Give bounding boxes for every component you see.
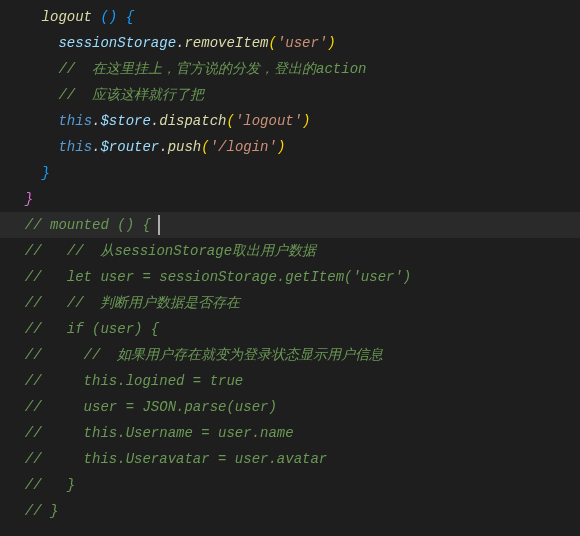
paren-close: ) — [109, 9, 117, 25]
indent — [8, 243, 25, 259]
function-call: dispatch — [159, 113, 226, 129]
code-line[interactable]: // this.Username = user.name — [0, 420, 580, 446]
code-line[interactable]: // ​ 在这里挂上，官方说的分发，登出的action — [0, 56, 580, 82]
code-line[interactable]: // } — [0, 498, 580, 524]
comment: // } — [25, 477, 75, 493]
text-cursor — [158, 215, 160, 235]
code-line[interactable]: } — [0, 186, 580, 212]
brace-close: } — [25, 191, 33, 207]
paren-close: ) — [277, 139, 285, 155]
comment: // if (user) { — [25, 321, 159, 337]
comment: // // ​ 判断用户数据是否存在 — [25, 295, 241, 311]
string-literal: 'user' — [277, 35, 327, 51]
code-line[interactable]: logout () { — [0, 4, 580, 30]
keyword-this: this — [58, 139, 92, 155]
comment: // user = JSON.parse(user) — [25, 399, 277, 415]
code-line[interactable]: this.$router.push('/login') — [0, 134, 580, 160]
indent — [8, 191, 25, 207]
comment: // ​ 应该这样就行了把 — [58, 87, 204, 103]
method-name: logout — [42, 9, 92, 25]
identifier: $store — [100, 113, 150, 129]
code-line[interactable]: // // ​ 判断用户数据是否存在 — [0, 290, 580, 316]
code-line-active[interactable]: // mounted () { — [0, 212, 580, 238]
code-line[interactable]: // ​ 应该这样就行了把 — [0, 82, 580, 108]
indent — [8, 113, 58, 129]
comment: // ​ 在这里挂上，官方说的分发，登出的action — [58, 61, 366, 77]
string-literal: 'logout' — [235, 113, 302, 129]
comment: // this.logined = true — [25, 373, 243, 389]
code-line[interactable]: // // ​ 如果用户存在就变为登录状态显示用户信息 — [0, 342, 580, 368]
code-editor[interactable]: logout () { sessionStorage.removeItem('u… — [0, 0, 580, 524]
indent — [8, 61, 58, 77]
paren-open: ( — [226, 113, 234, 129]
code-line[interactable]: // if (user) { — [0, 316, 580, 342]
comment: // this.Username = user.name — [25, 425, 294, 441]
code-line[interactable]: sessionStorage.removeItem('user') — [0, 30, 580, 56]
paren-open: ( — [100, 9, 108, 25]
indent — [8, 139, 58, 155]
code-line[interactable]: // } — [0, 472, 580, 498]
indent — [8, 269, 25, 285]
brace-open: { — [126, 9, 134, 25]
indent — [8, 425, 25, 441]
comment: // mounted () { — [25, 217, 151, 233]
indent — [8, 503, 25, 519]
dot: . — [159, 139, 167, 155]
indent — [8, 451, 25, 467]
code-line[interactable]: this.$store.dispatch('logout') — [0, 108, 580, 134]
indent — [8, 373, 25, 389]
code-line[interactable]: } — [0, 160, 580, 186]
indent — [8, 35, 58, 51]
comment: // this.Useravatar = user.avatar — [25, 451, 327, 467]
indent — [8, 399, 25, 415]
indent — [8, 87, 58, 103]
indent — [8, 9, 42, 25]
paren-open: ( — [201, 139, 209, 155]
brace-close: } — [42, 165, 50, 181]
code-line[interactable]: // this.logined = true — [0, 368, 580, 394]
comment: // // ​ 从sessionStorage取出用户数据 — [25, 243, 316, 259]
identifier: $router — [100, 139, 159, 155]
comment: // } — [25, 503, 59, 519]
comment: // let user = sessionStorage.getItem('us… — [25, 269, 411, 285]
comment: // // ​ 如果用户存在就变为登录状态显示用户信息 — [25, 347, 383, 363]
identifier: sessionStorage — [58, 35, 176, 51]
indent — [8, 217, 25, 233]
string-literal: '/login' — [210, 139, 277, 155]
indent — [8, 165, 42, 181]
paren-open: ( — [268, 35, 276, 51]
indent — [8, 321, 25, 337]
function-call: removeItem — [184, 35, 268, 51]
indent — [8, 347, 25, 363]
keyword-this: this — [58, 113, 92, 129]
code-line[interactable]: // // ​ 从sessionStorage取出用户数据 — [0, 238, 580, 264]
code-line[interactable]: // user = JSON.parse(user) — [0, 394, 580, 420]
indent — [8, 295, 25, 311]
paren-close: ) — [327, 35, 335, 51]
space — [117, 9, 125, 25]
code-line[interactable]: // let user = sessionStorage.getItem('us… — [0, 264, 580, 290]
paren-close: ) — [302, 113, 310, 129]
function-call: push — [168, 139, 202, 155]
dot: . — [151, 113, 159, 129]
indent — [8, 477, 25, 493]
code-line[interactable]: // this.Useravatar = user.avatar — [0, 446, 580, 472]
